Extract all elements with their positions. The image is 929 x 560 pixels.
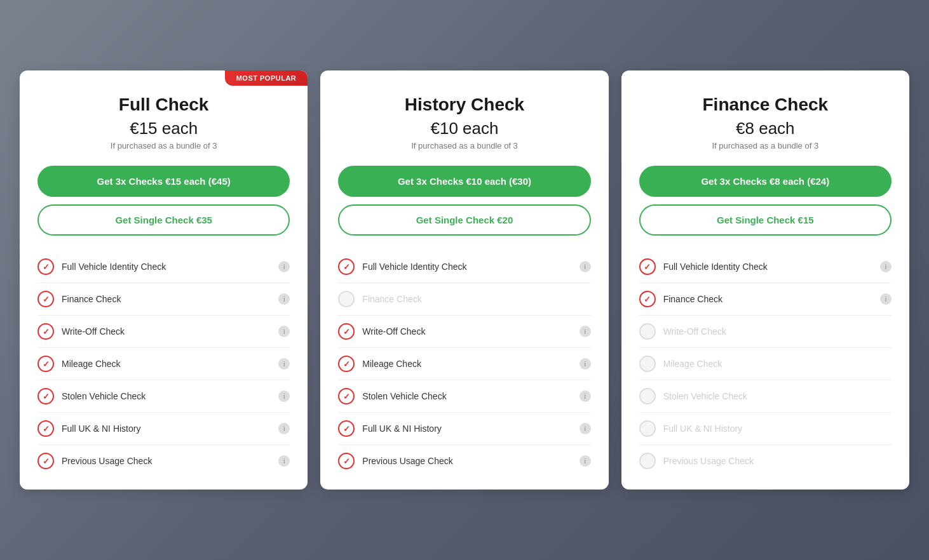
card-price: €10 each [338,119,590,138]
check-icon [639,258,656,275]
card-title: Finance Check [639,95,892,115]
feature-label: Write-Off Check [62,326,278,337]
feature-label: Full UK & NI History [62,423,278,434]
feature-item: Full UK & NI History i [37,413,290,445]
feature-item: Finance Check i [338,283,590,316]
pricing-grid: MOST POPULAR Full Check €15 each If purc… [20,70,909,490]
card-title: History Check [338,95,590,115]
feature-label: Finance Check [663,294,880,304]
feature-item: Mileage Check i [639,348,892,380]
feature-item: Previous Usage Check i [37,445,290,477]
check-icon [338,323,355,340]
info-icon[interactable]: i [580,326,591,337]
card-price: €8 each [639,119,892,138]
info-icon[interactable]: i [580,261,591,272]
card-full-check: MOST POPULAR Full Check €15 each If purc… [20,70,308,490]
info-icon[interactable]: i [880,261,892,272]
check-icon [37,291,54,307]
bundle-button[interactable]: Get 3x Checks €15 each (€45) [37,166,290,197]
check-icon [338,291,355,307]
info-icon[interactable]: i [278,455,290,467]
info-icon[interactable]: i [278,390,290,402]
feature-item: Write-Off Check i [338,316,590,348]
feature-label: Full UK & NI History [362,423,579,434]
info-icon[interactable]: i [880,293,892,305]
feature-label: Full Vehicle Identity Check [62,262,278,272]
feature-item: Stolen Vehicle Check i [338,380,590,413]
info-icon[interactable]: i [278,423,290,434]
feature-item: Previous Usage Check i [338,445,590,477]
card-history-check: History Check €10 each If purchased as a… [320,70,608,490]
info-icon[interactable]: i [278,358,290,370]
feature-item: Write-Off Check i [639,316,892,348]
check-icon [639,420,656,437]
info-icon[interactable]: i [278,293,290,305]
feature-item: Previous Usage Check i [639,445,892,477]
card-subtitle: If purchased as a bundle of 3 [37,141,290,150]
check-icon [639,323,656,340]
card-finance-check: Finance Check €8 each If purchased as a … [621,70,909,490]
info-icon[interactable]: i [278,326,290,337]
single-button[interactable]: Get Single Check €15 [639,204,892,236]
feature-label: Finance Check [362,294,579,304]
feature-item: Write-Off Check i [37,316,290,348]
check-icon [37,323,54,340]
feature-item: Full Vehicle Identity Check i [639,251,892,283]
feature-list: Full Vehicle Identity Check i Finance Ch… [37,251,290,477]
check-icon [639,453,656,469]
feature-item: Stolen Vehicle Check i [37,380,290,413]
feature-label: Mileage Check [362,359,579,369]
most-popular-badge: MOST POPULAR [225,70,308,86]
card-title: Full Check [37,95,290,115]
feature-list: Full Vehicle Identity Check i Finance Ch… [639,251,892,477]
check-icon [37,258,54,275]
check-icon [639,356,656,372]
feature-label: Stolen Vehicle Check [362,391,579,401]
feature-label: Mileage Check [62,359,278,369]
feature-label: Previous Usage Check [62,456,278,466]
feature-label: Full UK & NI History [663,423,880,434]
feature-label: Stolen Vehicle Check [62,391,278,401]
check-icon [338,388,355,404]
check-icon [37,356,54,372]
feature-label: Write-Off Check [362,326,579,337]
single-button[interactable]: Get Single Check €35 [37,204,290,236]
feature-item: Full UK & NI History i [338,413,590,445]
feature-item: Finance Check i [37,283,290,316]
feature-item: Mileage Check i [37,348,290,380]
feature-label: Previous Usage Check [663,456,880,466]
info-icon[interactable]: i [580,390,591,402]
feature-list: Full Vehicle Identity Check i Finance Ch… [338,251,590,477]
feature-label: Write-Off Check [663,326,880,337]
bundle-button[interactable]: Get 3x Checks €10 each (€30) [338,166,590,197]
feature-item: Full Vehicle Identity Check i [37,251,290,283]
feature-label: Full Vehicle Identity Check [663,262,880,272]
check-icon [338,420,355,437]
check-icon [338,356,355,372]
check-icon [338,453,355,469]
info-icon[interactable]: i [580,358,591,370]
check-icon [37,453,54,469]
feature-item: Stolen Vehicle Check i [639,380,892,413]
single-button[interactable]: Get Single Check €20 [338,204,590,236]
feature-item: Full Vehicle Identity Check i [338,251,590,283]
check-icon [37,420,54,437]
check-icon [639,388,656,404]
info-icon[interactable]: i [580,423,591,434]
check-icon [639,291,656,307]
card-subtitle: If purchased as a bundle of 3 [338,141,590,150]
check-icon [37,388,54,404]
card-price: €15 each [37,119,290,138]
feature-label: Finance Check [62,294,278,304]
feature-label: Stolen Vehicle Check [663,391,880,401]
feature-label: Full Vehicle Identity Check [362,262,579,272]
info-icon[interactable]: i [580,455,591,467]
feature-label: Previous Usage Check [362,456,579,466]
info-icon[interactable]: i [278,261,290,272]
feature-item: Mileage Check i [338,348,590,380]
card-subtitle: If purchased as a bundle of 3 [639,141,892,150]
check-icon [338,258,355,275]
feature-item: Full UK & NI History i [639,413,892,445]
bundle-button[interactable]: Get 3x Checks €8 each (€24) [639,166,892,197]
feature-item: Finance Check i [639,283,892,316]
